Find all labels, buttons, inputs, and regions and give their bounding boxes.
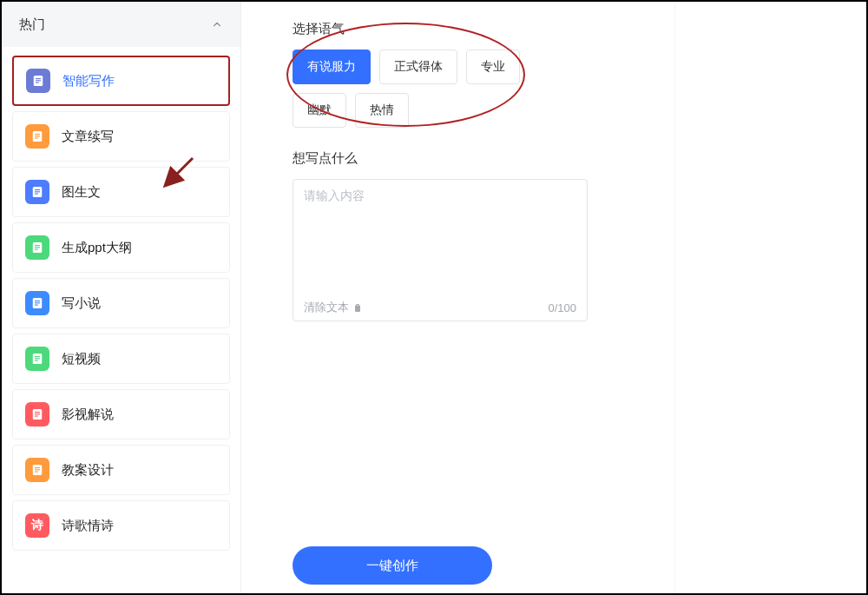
sidebar-item[interactable]: 影视解说	[12, 389, 230, 440]
prompt-section-title: 想写点什么	[293, 150, 832, 167]
trash-icon	[352, 302, 363, 313]
main-panel: 选择语气 有说服力正式得体专业幽默热情 想写点什么 清除文本 0/100 一键创…	[240, 2, 866, 593]
sidebar-item-label: 短视频	[62, 351, 101, 367]
svg-rect-23	[35, 360, 38, 361]
sidebar-item[interactable]: 写小说	[12, 278, 230, 328]
sidebar: 热门 智能写作文章续写图生文生成ppt大纲写小说短视频影视解说教案设计诗诗歌情诗	[2, 2, 240, 593]
tone-option[interactable]: 有说服力	[293, 50, 371, 84]
tone-section-title: 选择语气	[293, 21, 832, 37]
sidebar-section-header[interactable]: 热门	[2, 2, 240, 47]
svg-rect-26	[35, 413, 40, 414]
svg-rect-14	[35, 247, 40, 248]
sidebar-item-label: 教案设计	[62, 462, 114, 479]
svg-rect-10	[35, 191, 40, 192]
sidebar-item-label: 文章续写	[62, 129, 114, 145]
sidebar-item[interactable]: 文章续写	[12, 111, 230, 162]
sidebar-item-label: 智能写作	[62, 73, 115, 89]
svg-rect-3	[36, 83, 39, 83]
document-icon	[25, 180, 49, 204]
tone-option[interactable]: 专业	[466, 50, 520, 84]
textarea-footer: 清除文本 0/100	[304, 300, 576, 315]
sidebar-section-title: 热门	[19, 17, 45, 33]
document-icon: 诗	[25, 513, 49, 538]
sidebar-item-label: 写小说	[62, 295, 101, 312]
sidebar-items: 智能写作文章续写图生文生成ppt大纲写小说短视频影视解说教案设计诗诗歌情诗	[2, 47, 240, 551]
document-icon	[25, 235, 49, 260]
tone-option[interactable]: 幽默	[293, 93, 346, 128]
svg-rect-25	[35, 412, 40, 413]
sidebar-item[interactable]: 诗诗歌情诗	[12, 500, 230, 551]
svg-rect-9	[35, 189, 40, 190]
prompt-textarea[interactable]	[304, 188, 576, 293]
svg-rect-30	[35, 469, 40, 470]
document-icon	[26, 69, 50, 93]
sidebar-item[interactable]: 短视频	[12, 334, 230, 384]
svg-rect-15	[35, 249, 38, 250]
right-divider	[674, 2, 675, 593]
sidebar-item[interactable]: 图生文	[12, 167, 230, 217]
svg-rect-1	[36, 78, 41, 79]
tone-option[interactable]: 正式得体	[379, 50, 457, 84]
vertical-divider	[240, 2, 241, 593]
sidebar-item[interactable]: 教案设计	[12, 445, 230, 495]
svg-rect-17	[35, 301, 40, 301]
sidebar-item[interactable]: 生成ppt大纲	[12, 222, 230, 273]
sidebar-item-label: 影视解说	[62, 407, 114, 423]
chevron-up-icon	[211, 18, 223, 30]
clear-text-label: 清除文本	[304, 300, 349, 315]
svg-rect-7	[35, 138, 38, 139]
svg-rect-13	[35, 245, 40, 246]
clear-text-button[interactable]: 清除文本	[304, 300, 363, 315]
sidebar-item-label: 图生文	[62, 184, 101, 201]
svg-rect-31	[35, 472, 38, 473]
sidebar-item[interactable]: 智能写作	[12, 56, 230, 106]
document-icon	[25, 291, 49, 315]
svg-rect-18	[35, 302, 40, 303]
svg-rect-21	[35, 356, 40, 357]
svg-rect-6	[35, 136, 40, 136]
sidebar-item-label: 诗歌情诗	[62, 518, 114, 534]
document-icon	[25, 402, 49, 426]
document-icon	[25, 347, 49, 371]
document-icon	[25, 124, 49, 149]
svg-rect-29	[35, 467, 40, 468]
svg-rect-22	[35, 358, 40, 359]
app-frame: 热门 智能写作文章续写图生文生成ppt大纲写小说短视频影视解说教案设计诗诗歌情诗…	[0, 0, 868, 595]
generate-button[interactable]: 一键创作	[293, 546, 492, 585]
prompt-textarea-wrapper: 清除文本 0/100	[293, 179, 588, 321]
svg-rect-5	[35, 134, 40, 135]
sidebar-item-label: 生成ppt大纲	[62, 240, 132, 256]
svg-rect-27	[35, 416, 38, 417]
document-icon	[25, 458, 49, 482]
svg-rect-2	[36, 80, 41, 81]
svg-rect-11	[35, 194, 38, 195]
char-counter: 0/100	[548, 301, 576, 314]
tone-option[interactable]: 热情	[355, 93, 409, 128]
svg-rect-19	[35, 305, 38, 306]
tone-options: 有说服力正式得体专业幽默热情	[293, 50, 553, 128]
